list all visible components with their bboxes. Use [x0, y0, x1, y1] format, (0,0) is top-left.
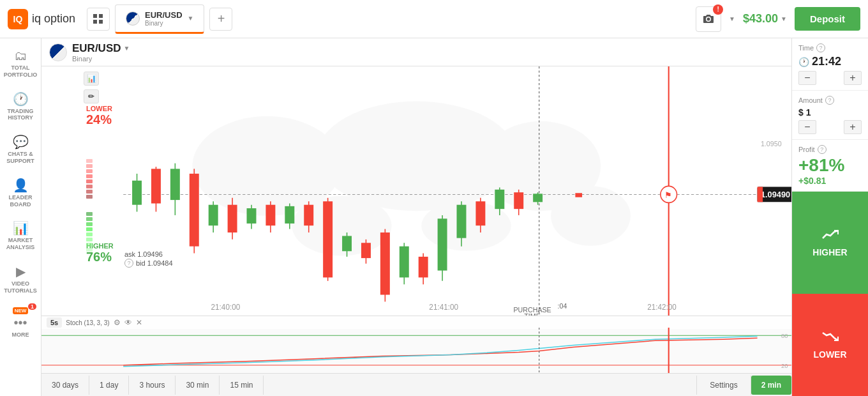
amount-label: Amount — [798, 96, 823, 104]
sidebar-label-portfolio: TOTAL PORTFOLIO — [4, 65, 38, 79]
camera-dropdown-icon: ▼ — [729, 15, 735, 22]
market-icon: 📊 — [13, 220, 29, 236]
svg-rect-46 — [400, 247, 409, 278]
settings-button[interactable]: Settings — [696, 376, 751, 395]
timeframe-1d[interactable]: 1 day — [89, 376, 129, 395]
svg-rect-36 — [304, 205, 313, 226]
svg-rect-42 — [361, 243, 371, 258]
svg-rect-38 — [323, 201, 333, 277]
svg-rect-22 — [170, 169, 180, 200]
time-stepper: − + — [798, 71, 862, 85]
svg-text:21:40:00: 21:40:00 — [211, 303, 241, 312]
timeframe-30d[interactable]: 30 days — [41, 376, 89, 395]
timeframe-30m[interactable]: 30 min — [176, 376, 220, 395]
amount-plus-btn[interactable]: + — [844, 120, 862, 134]
stoch-label: Stoch (13, 3, 3) — [66, 319, 109, 326]
grid-button[interactable] — [87, 8, 110, 31]
amount-minus-btn[interactable]: − — [798, 120, 816, 134]
chart-tools-overlay: 📊 ✏ — [84, 72, 99, 103]
balance-dropdown-icon: ▼ — [781, 15, 787, 22]
lower-chart-icon — [821, 330, 839, 347]
history-icon: 🕐 — [13, 91, 29, 107]
pair-name-group: EUR/USD ▼ Binary — [72, 42, 130, 63]
tool-volume[interactable]: 📊 — [84, 72, 99, 86]
higher-button[interactable]: HIGHER — [792, 192, 868, 294]
left-sidebar: 🗂 TOTAL PORTFOLIO 🕐 TRADING HISTORY 💬 CH… — [0, 38, 41, 396]
chart-header: EUR/USD ▼ Binary — [41, 38, 791, 66]
svg-rect-56 — [495, 190, 504, 209]
sidebar-item-market[interactable]: 📊 MARKET ANALYSIS — [2, 215, 39, 256]
logo-icon: IQ — [8, 9, 28, 29]
logo-text: iq option — [32, 12, 75, 26]
deposit-button[interactable]: Deposit — [795, 7, 860, 31]
time-plus-btn[interactable]: + — [844, 71, 862, 85]
asset-name: EUR/USD — [145, 10, 183, 20]
chats-icon: 💬 — [13, 134, 29, 149]
svg-text:1.0950: 1.0950 — [761, 140, 782, 148]
svg-rect-26 — [209, 205, 218, 226]
lower-button[interactable]: LOWER — [792, 294, 868, 396]
time-minus-btn[interactable]: − — [798, 71, 816, 85]
sidebar-label-video: VIDEO TUTORIALS — [4, 280, 36, 294]
amount-section: Amount ? $ 1 − + — [792, 91, 868, 140]
stoch-eye-icon[interactable]: 👁 — [124, 318, 132, 327]
timeframe-3h[interactable]: 3 hours — [129, 376, 176, 395]
sidebar-item-more[interactable]: NEW ••• MORE 1 — [2, 302, 39, 344]
tool-draw[interactable]: ✏ — [84, 89, 99, 103]
bottom-toolbar: 30 days 1 day 3 hours 30 min 15 min Sett… — [41, 373, 791, 396]
chart-area[interactable]: LOWER 24% HIGHER 76% — [41, 66, 791, 316]
time-info-icon[interactable]: ? — [816, 43, 825, 52]
sidebar-item-leaderboard[interactable]: 👤 LEADER BOARD — [2, 172, 39, 213]
svg-rect-54 — [475, 201, 485, 225]
candlestick-chart[interactable]: 1.09490 1.0950 — [41, 66, 791, 316]
pair-type: Binary — [72, 55, 130, 63]
sidebar-item-portfolio[interactable]: 🗂 TOTAL PORTFOLIO — [2, 43, 39, 84]
asset-flag — [126, 11, 140, 26]
stoch-settings-icon[interactable]: ⚙ — [114, 318, 121, 327]
amount-info-icon[interactable]: ? — [825, 96, 834, 105]
sidebar-label-history: TRADING HISTORY — [4, 108, 36, 122]
screenshot-button[interactable]: ! — [696, 6, 721, 32]
profit-usd: +$0.81 — [798, 176, 862, 186]
logo[interactable]: IQ iq option — [8, 9, 75, 29]
time-label: Time ? — [798, 43, 862, 52]
timeframe-15m[interactable]: 15 min — [220, 376, 264, 395]
main-content: 🗂 TOTAL PORTFOLIO 🕐 TRADING HISTORY 💬 CH… — [0, 38, 868, 396]
higher-chart-icon — [821, 228, 839, 245]
nav-right: ! ▼ $43.00 ▼ Deposit — [696, 6, 860, 32]
stoch-close-icon[interactable]: ✕ — [136, 318, 142, 327]
svg-text:21:41:00: 21:41:00 — [429, 303, 458, 312]
profit-section: Profit ? +81% +$0.81 — [792, 140, 868, 192]
add-asset-button[interactable]: + — [209, 8, 232, 31]
svg-rect-60 — [533, 194, 542, 202]
svg-rect-50 — [438, 218, 447, 270]
sidebar-item-chats[interactable]: 💬 CHATS & SUPPORT — [2, 129, 39, 170]
svg-rect-1 — [99, 14, 103, 18]
balance-value: $43.00 — [743, 12, 778, 26]
svg-rect-34 — [285, 206, 294, 224]
svg-rect-18 — [132, 181, 142, 205]
balance-display[interactable]: $43.00 ▼ — [743, 12, 787, 26]
clock-icon: 🕐 — [798, 57, 809, 67]
timeframe-2min-active[interactable]: 2 min — [751, 376, 791, 395]
svg-rect-13 — [758, 187, 763, 202]
asset-tab-eurusd[interactable]: EUR/USD Binary ▼ — [115, 4, 204, 34]
stoch-timeframe-btn[interactable]: 5s — [47, 317, 62, 328]
stoch-header: 5s Stoch (13, 3, 3) ⚙ 👁 ✕ — [41, 316, 791, 329]
svg-rect-28 — [228, 205, 237, 232]
svg-rect-40 — [342, 236, 352, 251]
svg-rect-32 — [266, 205, 275, 226]
sidebar-item-history[interactable]: 🕐 TRADING HISTORY — [2, 86, 39, 127]
svg-text:21:42:00: 21:42:00 — [647, 303, 677, 312]
time-section: Time ? 🕐 21:42 − + — [792, 38, 868, 91]
svg-rect-61 — [575, 193, 582, 197]
profit-info-icon[interactable]: ? — [818, 145, 827, 154]
stoch-chart: 80 20 — [41, 328, 791, 373]
svg-text:1.09490: 1.09490 — [761, 190, 790, 199]
stoch-area: 5s Stoch (13, 3, 3) ⚙ 👁 ✕ 80 20 — [41, 316, 791, 373]
sidebar-label-chats: CHATS & SUPPORT — [4, 151, 36, 165]
more-icon: ••• — [13, 316, 27, 330]
pair-name[interactable]: EUR/USD ▼ — [72, 42, 130, 55]
sidebar-item-video[interactable]: ▶ VIDEO TUTORIALS — [2, 259, 39, 300]
right-panel: Time ? 🕐 21:42 − + Amount ? $ 1 − + — [791, 38, 868, 396]
